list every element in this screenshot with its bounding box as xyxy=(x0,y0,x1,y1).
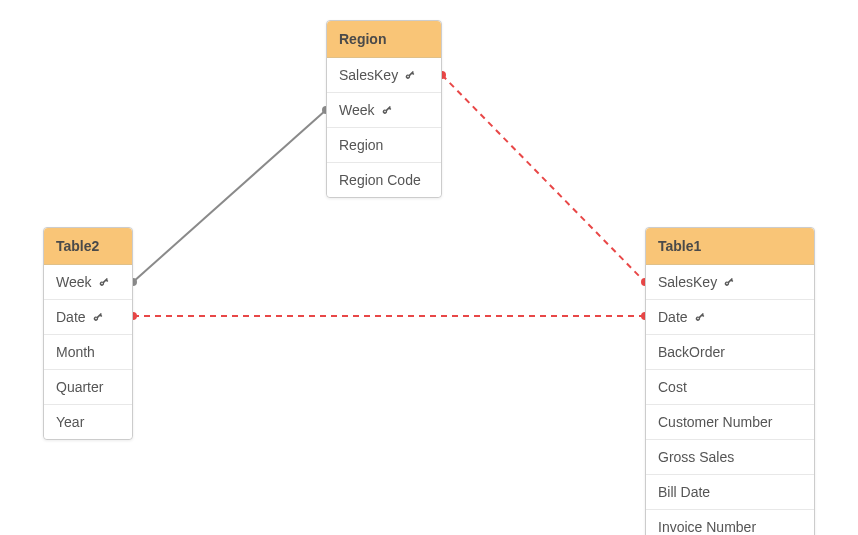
key-icon xyxy=(694,311,707,324)
table-table1[interactable]: Table1 SalesKey Date BackOrder Cost Cust… xyxy=(645,227,815,535)
key-icon xyxy=(92,311,105,324)
field-label: Year xyxy=(56,414,84,430)
table-field[interactable]: BackOrder xyxy=(646,335,814,370)
table-field[interactable]: Week xyxy=(44,265,132,300)
field-label: Date xyxy=(658,309,688,325)
table-field[interactable]: Date xyxy=(44,300,132,335)
table-field[interactable]: SalesKey xyxy=(646,265,814,300)
table-field[interactable]: Region xyxy=(327,128,441,163)
connection-line xyxy=(442,75,645,282)
field-label: SalesKey xyxy=(339,67,398,83)
field-label: Gross Sales xyxy=(658,449,734,465)
table-field[interactable]: Customer Number xyxy=(646,405,814,440)
table-field[interactable]: Quarter xyxy=(44,370,132,405)
field-label: Date xyxy=(56,309,86,325)
table-table2[interactable]: Table2 Week Date Month Quarter Year xyxy=(43,227,133,440)
key-icon xyxy=(98,276,111,289)
table-header[interactable]: Region xyxy=(327,21,441,58)
key-icon xyxy=(381,104,394,117)
field-label: Invoice Number xyxy=(658,519,756,535)
field-label: SalesKey xyxy=(658,274,717,290)
table-field[interactable]: Gross Sales xyxy=(646,440,814,475)
field-label: Month xyxy=(56,344,95,360)
key-icon xyxy=(404,69,417,82)
table-field[interactable]: SalesKey xyxy=(327,58,441,93)
field-label: Bill Date xyxy=(658,484,710,500)
connection-line xyxy=(133,110,326,282)
table-region[interactable]: Region SalesKey Week Region Region Code xyxy=(326,20,442,198)
table-field[interactable]: Region Code xyxy=(327,163,441,197)
field-label: BackOrder xyxy=(658,344,725,360)
table-header[interactable]: Table2 xyxy=(44,228,132,265)
table-field[interactable]: Invoice Number xyxy=(646,510,814,535)
field-label: Region Code xyxy=(339,172,421,188)
table-field[interactable]: Month xyxy=(44,335,132,370)
field-label: Cost xyxy=(658,379,687,395)
table-field[interactable]: Date xyxy=(646,300,814,335)
table-field[interactable]: Cost xyxy=(646,370,814,405)
field-label: Quarter xyxy=(56,379,103,395)
table-field[interactable]: Bill Date xyxy=(646,475,814,510)
key-icon xyxy=(723,276,736,289)
field-label: Customer Number xyxy=(658,414,772,430)
table-header[interactable]: Table1 xyxy=(646,228,814,265)
erd-canvas: Region SalesKey Week Region Region Code … xyxy=(0,0,858,535)
table-field[interactable]: Week xyxy=(327,93,441,128)
field-label: Week xyxy=(339,102,375,118)
field-label: Region xyxy=(339,137,383,153)
table-field[interactable]: Year xyxy=(44,405,132,439)
field-label: Week xyxy=(56,274,92,290)
